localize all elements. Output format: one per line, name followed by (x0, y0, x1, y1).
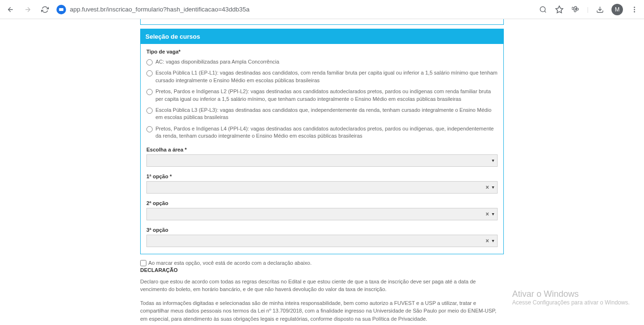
radio-ep-l1[interactable] (146, 70, 153, 76)
opcao2-label: 2ª opção (146, 200, 498, 206)
svg-point-3 (634, 7, 635, 8)
site-identity-icon (56, 5, 66, 14)
clear-icon[interactable]: × (486, 238, 489, 244)
downloads-icon[interactable] (595, 5, 605, 14)
browser-toolbar: app.fuvest.br/inscricao_formulario?hash_… (0, 0, 644, 19)
radio-ppi-l4[interactable] (146, 126, 153, 132)
declaration-title: DECLARAÇÃO (140, 267, 504, 273)
chevron-down-icon: ▾ (492, 238, 494, 243)
radio-ppi-l2-label: Pretos, Pardos e Indígenas L2 (PPI-L2): … (155, 88, 498, 103)
bookmark-icon[interactable] (555, 5, 564, 14)
area-label: Escolha a área * (146, 147, 498, 152)
chevron-down-icon: ▾ (492, 158, 494, 163)
previous-panel-bottom (140, 19, 504, 25)
back-button[interactable] (5, 4, 16, 15)
area-select[interactable]: ▾ (146, 154, 498, 167)
profile-avatar[interactable]: M (611, 4, 623, 15)
radio-ppi-l4-label: Pretos, Pardos e Indígenas L4 (PPI-L4): … (155, 125, 498, 140)
radio-ac-label: AC: vagas disponibilizadas para Ampla Co… (155, 58, 279, 65)
svg-marker-2 (555, 6, 563, 12)
opcao1-select[interactable]: × ▾ (146, 181, 498, 194)
zoom-icon[interactable] (538, 5, 548, 14)
svg-point-5 (634, 11, 635, 12)
opcao3-select[interactable]: × ▾ (146, 235, 498, 247)
agreement-checkbox[interactable] (140, 260, 146, 266)
forward-button[interactable] (22, 4, 33, 15)
panel-title: Seleção de cursos (141, 29, 503, 44)
radio-ep-l1-label: Escola Pública L1 (EP-L1): vagas destina… (155, 69, 498, 84)
chevron-down-icon: ▾ (492, 184, 494, 190)
svg-point-4 (634, 9, 635, 10)
radio-ac[interactable] (146, 59, 153, 65)
radio-ppi-l2[interactable] (146, 89, 153, 95)
reload-button[interactable] (39, 4, 51, 15)
clear-icon[interactable]: × (486, 184, 489, 191)
extensions-icon[interactable] (571, 5, 580, 14)
address-bar[interactable]: app.fuvest.br/inscricao_formulario?hash_… (56, 5, 533, 14)
url-text: app.fuvest.br/inscricao_formulario?hash_… (70, 6, 249, 13)
svg-point-1 (540, 7, 545, 12)
clear-icon[interactable]: × (486, 211, 489, 217)
radio-ep-l3-label: Escola Pública L3 (EP-L3): vagas destina… (155, 107, 498, 121)
chevron-down-icon: ▾ (492, 211, 494, 217)
opcao3-label: 3ª opção (146, 227, 498, 233)
menu-icon[interactable] (630, 5, 639, 14)
divider: | (587, 6, 588, 13)
opcao2-select[interactable]: × ▾ (146, 208, 498, 220)
radio-ep-l3[interactable] (146, 108, 153, 114)
declaration-p2: Todas as informações digitadas e selecio… (140, 299, 504, 323)
course-selection-panel: Seleção de cursos Tipo de vaga* AC: vaga… (140, 29, 504, 254)
agreement-checkbox-label: Ao marcar esta opção, você está de acord… (148, 260, 311, 266)
tipo-vaga-label: Tipo de vaga* (146, 49, 498, 54)
opcao1-label: 1ª opção * (146, 173, 498, 179)
declaration-p1: Declaro que estou de acordo com todas as… (140, 278, 504, 293)
svg-rect-0 (59, 8, 64, 11)
